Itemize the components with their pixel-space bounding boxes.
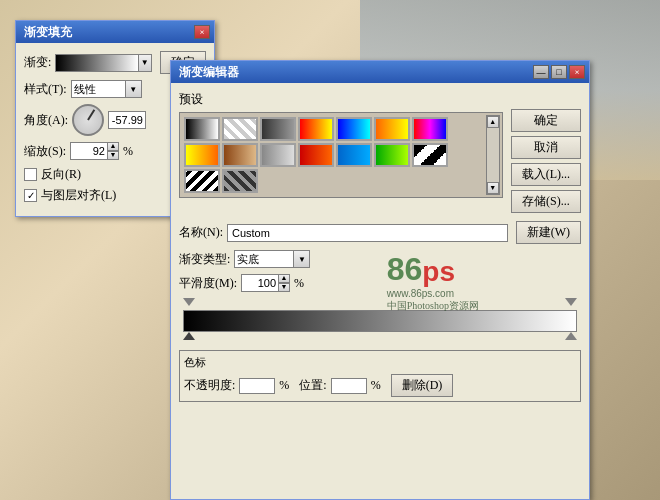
name-input[interactable] bbox=[227, 224, 508, 242]
gradient-dropdown-arrow[interactable]: ▼ bbox=[139, 54, 152, 72]
name-row: 名称(N): 新建(W) bbox=[179, 221, 581, 244]
preset-grid bbox=[184, 117, 474, 193]
scroll-up-btn[interactable]: ▲ bbox=[487, 116, 499, 128]
gradient-label: 渐变: bbox=[24, 54, 51, 71]
smoothness-down-btn[interactable]: ▼ bbox=[278, 283, 290, 292]
editor-cancel-btn[interactable]: 取消 bbox=[511, 136, 581, 159]
opacity-stops-row bbox=[179, 298, 581, 310]
color-stop-right[interactable] bbox=[565, 332, 577, 344]
preset-item-13[interactable] bbox=[374, 143, 410, 167]
scale-input[interactable] bbox=[70, 142, 108, 160]
gradient-fill-close-btn[interactable]: × bbox=[194, 25, 210, 39]
style-dropdown-arrow[interactable]: ▼ bbox=[126, 80, 142, 98]
angle-circle[interactable] bbox=[72, 104, 104, 136]
align-checkbox[interactable]: ✓ bbox=[24, 189, 37, 202]
gradient-bar[interactable] bbox=[183, 310, 577, 332]
opacity-label: 不透明度: bbox=[184, 377, 235, 394]
opacity-pct: % bbox=[279, 378, 289, 393]
gradient-fill-titlebar: 渐变填充 × bbox=[16, 21, 214, 43]
preset-item-5[interactable] bbox=[336, 117, 372, 141]
preset-item-9[interactable] bbox=[222, 143, 258, 167]
preset-item-7[interactable] bbox=[412, 117, 448, 141]
scroll-down-btn[interactable]: ▼ bbox=[487, 182, 499, 194]
gradient-preview[interactable] bbox=[55, 54, 138, 72]
scale-percent: % bbox=[123, 144, 133, 159]
location-pct: % bbox=[371, 378, 381, 393]
preset-section: 预设 bbox=[179, 91, 503, 213]
gradient-editor-body: 预设 bbox=[171, 83, 589, 499]
preset-item-12[interactable] bbox=[336, 143, 372, 167]
reverse-label: 反向(R) bbox=[41, 166, 81, 183]
preset-item-16[interactable] bbox=[222, 169, 258, 193]
preset-item-3[interactable] bbox=[260, 117, 296, 141]
gradient-editor-min-btn[interactable]: — bbox=[533, 65, 549, 79]
opacity-stop-right[interactable] bbox=[565, 298, 577, 310]
preset-item-8[interactable] bbox=[184, 143, 220, 167]
gradient-editor-close-btn[interactable]: × bbox=[569, 65, 585, 79]
style-label: 样式(T): bbox=[24, 81, 67, 98]
color-stop-section: 色标 不透明度: % 位置: % 删除(D) bbox=[179, 350, 581, 402]
preset-item-1[interactable] bbox=[184, 117, 220, 141]
location-group: 位置: % bbox=[299, 377, 380, 394]
smoothness-percent: % bbox=[294, 276, 304, 291]
gradient-editor-titlebar: 渐变编辑器 — □ × bbox=[171, 61, 589, 83]
color-stop-title: 色标 bbox=[184, 355, 576, 370]
opacity-input[interactable] bbox=[239, 378, 275, 394]
editor-right-btns: 确定 取消 载入(L)... 存储(S)... bbox=[511, 91, 581, 213]
gradient-type-label: 渐变类型: bbox=[179, 251, 230, 268]
gradient-editor-max-btn[interactable]: □ bbox=[551, 65, 567, 79]
gradient-editor-title: 渐变编辑器 bbox=[175, 64, 531, 81]
editor-ok-btn[interactable]: 确定 bbox=[511, 109, 581, 132]
location-label: 位置: bbox=[299, 377, 326, 394]
name-label: 名称(N): bbox=[179, 224, 223, 241]
color-stops-row bbox=[179, 332, 581, 344]
smoothness-label: 平滑度(M): bbox=[179, 275, 237, 292]
gradient-fill-title: 渐变填充 bbox=[20, 24, 192, 41]
preset-item-15[interactable] bbox=[184, 169, 220, 193]
location-input[interactable] bbox=[331, 378, 367, 394]
smoothness-stepper-btns: ▲ ▼ bbox=[278, 274, 290, 292]
opacity-group: 不透明度: % bbox=[184, 377, 289, 394]
scale-down-btn[interactable]: ▼ bbox=[107, 151, 119, 160]
gradient-type-select[interactable]: 实底 bbox=[234, 250, 294, 268]
style-select[interactable]: 线性 bbox=[71, 80, 126, 98]
smoothness-up-btn[interactable]: ▲ bbox=[278, 274, 290, 283]
color-stop-left[interactable] bbox=[183, 332, 195, 344]
gradient-type-dropdown[interactable]: ▼ bbox=[294, 250, 310, 268]
preset-item-14[interactable] bbox=[412, 143, 448, 167]
delete-btn[interactable]: 删除(D) bbox=[391, 374, 454, 397]
smoothness-row: 平滑度(M): ▲ ▼ % bbox=[179, 274, 581, 292]
color-stop-controls: 不透明度: % 位置: % 删除(D) bbox=[184, 374, 576, 397]
scale-up-btn[interactable]: ▲ bbox=[107, 142, 119, 151]
editor-load-btn[interactable]: 载入(L)... bbox=[511, 163, 581, 186]
preset-item-4[interactable] bbox=[298, 117, 334, 141]
angle-label: 角度(A): bbox=[24, 112, 68, 129]
scale-stepper-btns: ▲ ▼ bbox=[107, 142, 119, 160]
align-label: 与图层对齐(L) bbox=[41, 187, 116, 204]
reverse-checkbox[interactable] bbox=[24, 168, 37, 181]
editor-save-btn[interactable]: 存储(S)... bbox=[511, 190, 581, 213]
smoothness-input[interactable] bbox=[241, 274, 279, 292]
opacity-stop-left[interactable] bbox=[183, 298, 195, 310]
preset-scrollbar[interactable]: ▲ ▼ bbox=[486, 115, 500, 195]
preset-item-10[interactable] bbox=[260, 143, 296, 167]
preset-item-6[interactable] bbox=[374, 117, 410, 141]
preset-item-11[interactable] bbox=[298, 143, 334, 167]
preset-item-2[interactable] bbox=[222, 117, 258, 141]
new-btn[interactable]: 新建(W) bbox=[516, 221, 581, 244]
preset-label: 预设 bbox=[179, 91, 503, 108]
gradient-bar-area bbox=[179, 298, 581, 344]
gradient-editor-dialog: 渐变编辑器 — □ × 预设 bbox=[170, 60, 590, 500]
gradient-type-row: 渐变类型: 实底 ▼ bbox=[179, 250, 581, 268]
angle-input[interactable] bbox=[108, 111, 146, 129]
scale-label: 缩放(S): bbox=[24, 143, 66, 160]
angle-indicator bbox=[87, 109, 95, 120]
preset-container: ▲ ▼ bbox=[179, 112, 503, 198]
